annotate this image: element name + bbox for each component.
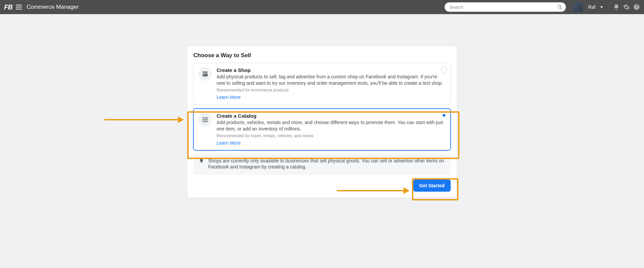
bell-icon[interactable] bbox=[613, 4, 620, 10]
option-description: Add physical products to sell, tag and a… bbox=[217, 74, 446, 86]
username-label[interactable]: Raf bbox=[588, 4, 595, 10]
search-icon[interactable] bbox=[557, 4, 562, 10]
get-started-button[interactable]: Get Started bbox=[413, 180, 451, 192]
header-icons bbox=[613, 4, 640, 10]
search-box bbox=[445, 2, 566, 12]
gear-icon[interactable] bbox=[623, 4, 630, 10]
option-recommended: Recommended for travel, rentals, vehicle… bbox=[217, 133, 446, 138]
radio-selected[interactable] bbox=[441, 112, 447, 118]
app-title: Commerce Manager bbox=[27, 4, 79, 10]
app-stage: FB Commerce Manager Raf Choose a Way to … bbox=[0, 0, 644, 198]
card-title: Choose a Way to Sell bbox=[193, 52, 451, 59]
lightbulb-icon bbox=[199, 158, 204, 164]
help-icon[interactable] bbox=[633, 4, 640, 10]
radio-unselected[interactable] bbox=[441, 67, 447, 73]
top-header: FB Commerce Manager Raf bbox=[0, 0, 644, 14]
catalog-icon bbox=[198, 113, 212, 126]
learn-more-link[interactable]: Learn More bbox=[217, 140, 241, 146]
info-banner: Shops are currently only available to bu… bbox=[193, 154, 451, 175]
option-title: Create a Shop bbox=[217, 67, 446, 73]
learn-more-link[interactable]: Learn More bbox=[217, 94, 241, 100]
info-text: Shops are currently only available to bu… bbox=[208, 158, 445, 170]
search-input[interactable] bbox=[445, 2, 566, 12]
option-recommended: Recommended for ecommerce products bbox=[217, 88, 446, 92]
choose-way-card: Choose a Way to Sell Create a Shop Add p… bbox=[187, 46, 457, 198]
option-description: Add products, vehicles, rentals and more… bbox=[217, 119, 446, 132]
fb-logo[interactable]: FB bbox=[4, 3, 12, 11]
option-title: Create a Catalog bbox=[217, 113, 446, 119]
shop-icon bbox=[198, 67, 212, 81]
caret-down-icon[interactable] bbox=[600, 6, 603, 8]
option-create-shop[interactable]: Create a Shop Add physical products to s… bbox=[193, 63, 451, 105]
hamburger-icon[interactable] bbox=[16, 5, 22, 9]
option-create-catalog[interactable]: Create a Catalog Add products, vehicles,… bbox=[193, 109, 451, 150]
user-avatar[interactable] bbox=[573, 2, 583, 12]
